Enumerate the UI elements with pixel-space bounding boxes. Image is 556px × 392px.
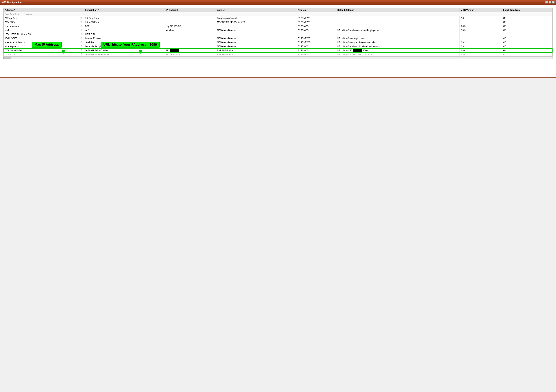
cell-ip (165, 32, 216, 36)
cell-default-settings: URL=http://192.168.10.44:3000/VS (336, 53, 459, 56)
cell-mos-version: 2.8.4 (459, 48, 502, 53)
cell-delete[interactable]: 🗑 (79, 20, 84, 24)
horizontal-scrollbar[interactable] (3, 57, 553, 59)
table-row[interactable]: local.enps.mos🗑Local Media Upload Previe… (4, 44, 553, 48)
cell-mos-version: 2.8 (459, 16, 502, 20)
cell-delete[interactable]: 🗑 (79, 48, 84, 53)
table-row[interactable]: dpe.enps.mos🗑DPEhttp://ENPS-DP...ENPSMOS… (4, 24, 553, 28)
delete-icon[interactable]: 🗑 (80, 21, 83, 23)
table-row[interactable]: em1🗑em1localhostNCWeb.ctrlBrowseENPSMOSU… (4, 28, 553, 32)
col-header-address: Address * (4, 8, 79, 12)
window-body: Mac IP Address URL=http://<YourIPAddress… (0, 4, 556, 78)
cell-default-settings: URL=http://localhost/assets/videoplayer.… (336, 28, 459, 32)
cell-local-dragdrop: Off (502, 40, 553, 44)
cell-mos-version: 3.8.3 (459, 24, 502, 28)
cell-program: ENPSNEWS (296, 16, 336, 20)
delete-icon[interactable]: 🗑 (80, 53, 83, 56)
cell-activex: DragDrop.AxControl (216, 16, 296, 20)
table-row[interactable]: AXDragDrop🗑AX Drag DropDragDrop.AxContro… (4, 16, 553, 20)
cell-delete[interactable]: 🗑 (79, 16, 84, 20)
window-controls: _ □ ✕ (545, 1, 555, 3)
cell-program (296, 32, 336, 36)
cell-program: ENPSMOS (296, 28, 336, 32)
table-row[interactable]: HTML.FIVE.PLUGIN.MOS🗑HTML5 Pl... (4, 32, 553, 36)
cell-default-settings (336, 20, 459, 24)
cell-delete[interactable]: 🗑 (79, 24, 84, 28)
cell-activex: NCWeb.ctrlBrowse (216, 36, 296, 40)
cell-ip: localhost (165, 28, 216, 32)
cell-address: HTML.FIVE.PLUGIN.MOS (4, 32, 79, 36)
col-header-default-settings: Default Settings (336, 8, 459, 12)
title-bar: MOS Configuration _ □ ✕ (0, 0, 556, 4)
scrollbar-thumb[interactable] (3, 57, 11, 59)
cell-mos-version (459, 36, 502, 40)
cell-activex: NCWeb.ctrlBrowse (216, 44, 296, 48)
cell-local-dragdrop (502, 32, 553, 36)
minimize-button[interactable]: _ (545, 1, 548, 3)
cell-local-dragdrop: Off (502, 16, 553, 20)
table-row[interactable]: internet.youtube.mos🗑YouTubeNCWeb.ctrlBr… (4, 40, 553, 44)
col-header-mos-version: MOS Version (459, 8, 502, 12)
cell-mos-version (459, 20, 502, 24)
cell-delete[interactable]: 🗑 (79, 53, 84, 56)
main-content: Mac IP Address URL=http://<YourIPAddress… (3, 8, 553, 59)
table-row[interactable]: AXMOSEmu🗑AX MOS EmuMOSOCX26.MOSActiveX26… (4, 20, 553, 24)
cell-address: AXMOSEmu (4, 20, 79, 24)
maximize-button[interactable]: □ (549, 1, 551, 3)
delete-icon[interactable]: 🗑 (80, 37, 83, 40)
cell-program: ENPSMOS (296, 24, 336, 28)
cell-mos-version: 2.8.3 (459, 40, 502, 44)
close-button[interactable]: ✕ (552, 1, 555, 3)
window-title: MOS Configuration (1, 1, 22, 3)
cell-delete[interactable]: 🗑 (79, 32, 84, 36)
cell-activex: MOSOCX26.MOSActiveX26 (216, 20, 296, 24)
cell-ip (165, 36, 216, 40)
cell-local-dragdrop: On (502, 48, 553, 53)
delete-icon[interactable]: 🗑 (80, 17, 83, 19)
cell-address: AXDragDrop (4, 16, 79, 20)
table-row[interactable]: OTA.MOSGW🗑OnTheAir MOSGateway192.168.10.… (4, 53, 553, 56)
cell-mos-version: 2.8.3 (459, 44, 502, 48)
delete-icon[interactable]: 🗑 (80, 45, 83, 48)
cell-address: em1 (4, 28, 79, 32)
cell-default-settings (336, 32, 459, 36)
cell-description: Local Media Upload Preview (84, 44, 165, 48)
cell-delete[interactable]: 🗑 (79, 36, 84, 40)
cell-description: OnTheAir MOSGateway (84, 53, 165, 56)
cell-delete[interactable]: 🗑 (79, 28, 84, 32)
table-row[interactable]: OTA.DB.MOSGW🗑OnTheAir DB MOS GW192. ENPS… (4, 48, 553, 53)
cell-ip: http://ENPS-DP... (165, 24, 216, 28)
cell-activex (216, 24, 296, 28)
table-row[interactable]: IEXPLORER🗑Internet ExplorerNCWeb.ctrlBro… (4, 36, 553, 40)
cell-ip: 192. (165, 48, 216, 53)
cell-mos-version (459, 32, 502, 36)
cell-program: ENPSNEWS (296, 40, 336, 44)
cell-delete[interactable]: 🗑 (79, 44, 84, 48)
cell-activex: NCWeb.ctrlBrowse (216, 28, 296, 32)
col-header-ip: IP/Endpoint (165, 8, 216, 12)
col-header-program: Program (296, 8, 336, 12)
add-row-hint-row[interactable]: Click here to add a new row (4, 12, 553, 16)
cell-delete[interactable]: 🗑 (79, 40, 84, 44)
config-table: Address * Description * IP/Endpoint Acti… (3, 8, 553, 56)
delete-icon[interactable]: 🗑 (80, 33, 83, 36)
add-row-hint[interactable]: Click here to add a new row (4, 12, 553, 16)
cell-local-dragdrop: Off (502, 28, 553, 32)
delete-icon[interactable]: 🗑 (80, 49, 83, 52)
delete-icon[interactable]: 🗑 (80, 25, 83, 28)
cell-activex: ENPSHTMLHost (216, 53, 296, 56)
cell-activex: NCWeb.ctrlBrowse (216, 40, 296, 44)
cell-mos-version: 2.8.4 (459, 53, 502, 56)
cell-address: dpe.enps.mos (4, 24, 79, 28)
cell-program: ENPSMOS (296, 44, 336, 48)
cell-address: OTA.DB.MOSGW (4, 48, 79, 53)
cell-default-settings: URL=http://www.youtube.com/watch?v=<o... (336, 40, 459, 44)
cell-ip (165, 20, 216, 24)
cell-ip (165, 40, 216, 44)
cell-default-settings (336, 24, 459, 28)
delete-icon[interactable]: 🗑 (80, 41, 83, 44)
cell-address: internet.youtube.mos (4, 40, 79, 44)
col-header-local-dragdrop: Local DragDrop (502, 8, 553, 12)
delete-icon[interactable]: 🗑 (80, 29, 83, 31)
cell-description: YouTube (84, 40, 165, 44)
